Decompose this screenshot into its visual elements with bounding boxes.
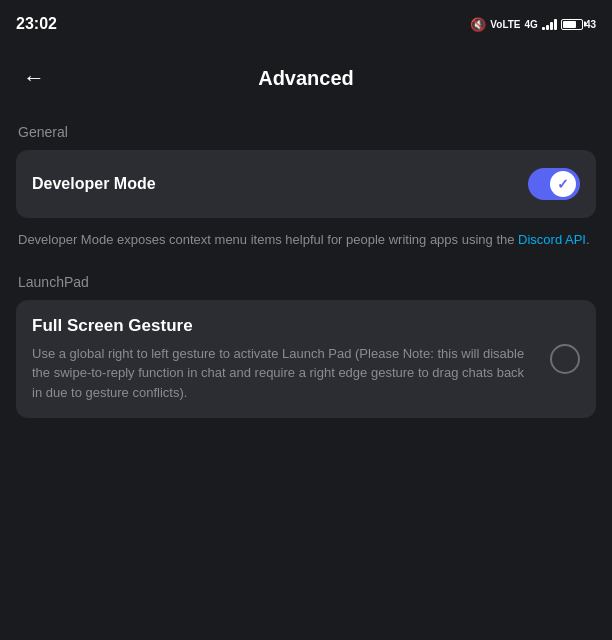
launchpad-section-label: LaunchPad	[16, 274, 596, 290]
fullscreen-gesture-toggle[interactable]	[550, 344, 580, 374]
status-time: 23:02	[16, 15, 57, 33]
developer-mode-card: Developer Mode ✓	[16, 150, 596, 218]
developer-mode-label: Developer Mode	[32, 175, 156, 193]
general-section-label: General	[16, 124, 596, 140]
discord-api-link[interactable]: Discord API	[518, 232, 586, 247]
mute-icon: 🔇	[470, 17, 486, 32]
signal-icon	[542, 18, 557, 30]
toggle-knob: ✓	[550, 171, 576, 197]
page-title: Advanced	[258, 67, 354, 90]
network-label: 4G	[525, 19, 538, 30]
fullscreen-gesture-text: Full Screen Gesture Use a global right t…	[32, 316, 550, 403]
toggle-check-icon: ✓	[557, 176, 569, 192]
status-icons: 🔇 VoLTE 4G 43	[470, 17, 596, 32]
back-button[interactable]: ←	[16, 60, 52, 96]
developer-mode-description: Developer Mode exposes context menu item…	[16, 230, 596, 264]
header: ← Advanced	[0, 48, 612, 108]
battery-level: 43	[585, 19, 596, 30]
launchpad-section: LaunchPad Full Screen Gesture Use a glob…	[16, 274, 596, 419]
lte-label: VoLTE	[490, 19, 520, 30]
content: General Developer Mode ✓ Developer Mode …	[0, 108, 612, 418]
fullscreen-gesture-desc: Use a global right to left gesture to ac…	[32, 344, 534, 403]
fullscreen-gesture-card: Full Screen Gesture Use a global right t…	[16, 300, 596, 419]
status-bar: 23:02 🔇 VoLTE 4G 43	[0, 0, 612, 48]
developer-mode-row: Developer Mode ✓	[16, 150, 596, 218]
fullscreen-gesture-title: Full Screen Gesture	[32, 316, 534, 336]
back-arrow-icon: ←	[23, 65, 45, 91]
developer-mode-toggle[interactable]: ✓	[528, 168, 580, 200]
battery-icon: 43	[561, 19, 596, 30]
